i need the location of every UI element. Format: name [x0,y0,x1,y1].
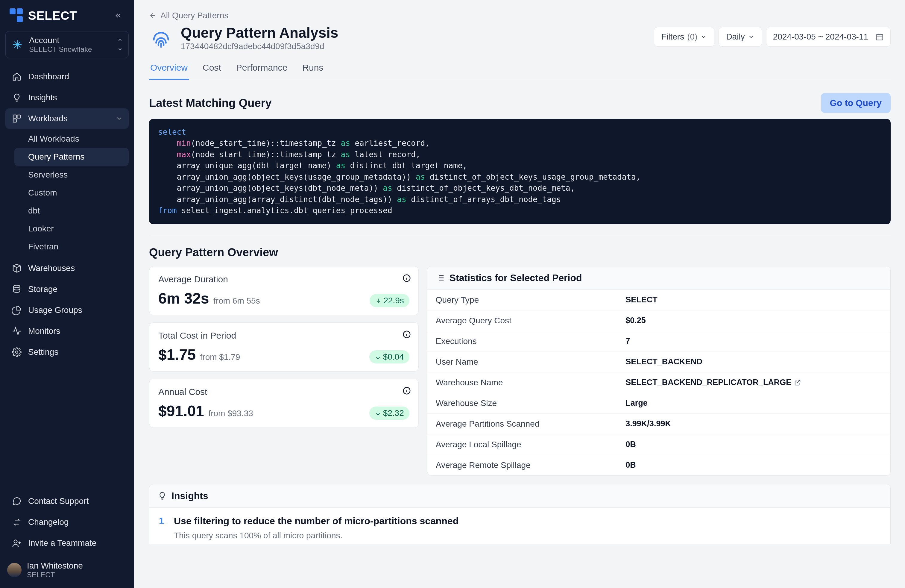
chat-icon [11,496,22,507]
insight-row[interactable]: 1 Use filtering to reduce the number of … [149,508,890,544]
stats-heading: Statistics for Selected Period [449,272,582,283]
date-range-picker[interactable]: 2024-03-05 ~ 2024-03-11 [766,27,891,47]
sidebar-collapse-button[interactable] [112,9,124,22]
pie-chart-icon [11,305,22,316]
sidebar-item-label: Changelog [28,517,68,527]
tab-performance[interactable]: Performance [235,58,289,79]
sidebar-item-label: Contact Support [28,496,89,506]
stats-panel: Statistics for Selected Period Query Typ… [427,266,891,476]
account-selector[interactable]: Account SELECT Snowflake ⌃⌄ [5,31,129,58]
back-link-label: All Query Patterns [160,11,229,21]
go-to-query-button[interactable]: Go to Query [821,93,891,113]
page-hash: 173440482dcf9adebc44d09f3d5a3d9d [181,41,338,51]
stats-row: Average Local Spillage0B [427,434,890,455]
sql-code-block[interactable]: select min(node_start_time)::timestamp_t… [149,119,891,224]
metric-label: Average Duration [158,274,410,284]
brand-logo[interactable]: SELECT [10,8,77,23]
sidebar-item-dbt[interactable]: dbt [14,202,129,220]
cadence-label: Daily [726,32,745,41]
metric-card-average-duration: Average Duration 6m 32s from 6m 55s 22.9… [149,266,419,315]
chevrons-left-icon [114,11,122,20]
user-menu[interactable]: Ian Whitestone SELECT [5,556,129,581]
arrow-left-icon [149,12,157,19]
user-org: SELECT [27,571,83,579]
warehouse-name-link[interactable]: SELECT_BACKEND_REPLICATOR_LARGE [626,378,791,387]
metric-value: $91.01 [158,403,204,420]
sidebar-item-query-patterns[interactable]: Query Patterns [14,148,129,166]
sidebar-item-label: Usage Groups [28,305,82,315]
sidebar-item-settings[interactable]: Settings [5,342,129,362]
back-link[interactable]: All Query Patterns [149,11,229,21]
stats-row: Average Query Cost$0.25 [427,310,890,331]
sidebar-item-workloads[interactable]: Workloads [5,108,129,129]
sidebar-item-insights[interactable]: Insights [5,87,129,108]
database-icon [11,284,22,295]
sidebar-item-storage[interactable]: Storage [5,279,129,299]
svg-point-4 [16,351,18,353]
sidebar-item-custom[interactable]: Custom [14,184,129,202]
user-name: Ian Whitestone [27,561,83,571]
lightbulb-icon [158,491,167,500]
sidebar-item-label: Warehouses [28,264,75,273]
filters-button[interactable]: Filters (0) [654,27,714,47]
metric-from: from 6m 55s [213,296,260,305]
tab-cost[interactable]: Cost [202,58,222,79]
sidebar-item-usage-groups[interactable]: Usage Groups [5,300,129,320]
svg-line-29 [797,380,800,383]
sidebar-item-changelog[interactable]: Changelog [5,512,129,532]
arrow-down-icon [375,354,381,360]
sidebar-item-serverless[interactable]: Serverless [14,166,129,184]
tab-overview[interactable]: Overview [149,58,189,79]
avatar [7,563,22,577]
info-icon[interactable] [402,330,411,339]
metric-label: Annual Cost [158,387,410,397]
page-title: Query Pattern Analysis [181,25,338,41]
home-icon [11,71,22,82]
tab-runs[interactable]: Runs [301,58,324,79]
info-icon[interactable] [402,386,411,395]
sidebar-item-label: Dashboard [28,72,69,81]
svg-rect-0 [13,115,16,118]
metric-card-annual-cost: Annual Cost $91.01 from $93.33 $2.32 [149,379,419,428]
arrow-down-icon [375,410,381,416]
user-plus-icon [11,538,22,548]
main-content: All Query Patterns Query Pattern Analysi… [134,0,905,588]
workloads-icon [11,113,22,124]
metric-card-total-cost: Total Cost in Period $1.75 from $1.79 $0… [149,323,419,372]
sidebar: SELECT Account SELECT Snowflake ⌃⌄ Dashb… [0,0,134,588]
svg-rect-7 [876,35,883,40]
arrow-down-icon [375,297,381,304]
sidebar-item-label: Storage [28,284,57,294]
stats-row: Warehouse Name SELECT_BACKEND_REPLICATOR… [427,372,890,393]
activity-icon [11,326,22,337]
external-link-icon[interactable] [794,379,801,386]
sidebar-item-looker[interactable]: Looker [14,220,129,238]
sidebar-item-all-workloads[interactable]: All Workloads [14,130,129,148]
sidebar-item-warehouses[interactable]: Warehouses [5,258,129,278]
workloads-subnav: All Workloads Query Patterns Serverless … [14,130,129,256]
sidebar-item-dashboard[interactable]: Dashboard [5,67,129,87]
metric-label: Total Cost in Period [158,331,410,341]
account-label: Account [29,36,92,45]
gear-icon [11,347,22,358]
stats-row: Average Remote Spillage0B [427,455,890,475]
sidebar-item-fivetran[interactable]: Fivetran [14,238,129,256]
account-name: SELECT Snowflake [29,45,92,54]
insight-number: 1 [159,516,166,540]
sidebar-bottom-links: Contact Support Changelog Invite a Teamm… [5,485,129,553]
sidebar-item-monitors[interactable]: Monitors [5,321,129,341]
chevron-down-icon [748,33,754,40]
metric-from: from $1.79 [200,352,240,362]
sidebar-item-invite[interactable]: Invite a Teammate [5,533,129,553]
insight-body: This query scans 100% of all micro parti… [174,531,459,540]
sidebar-item-label: Settings [28,347,58,357]
up-down-icon: ⌃⌄ [117,39,123,50]
sidebar-item-contact-support[interactable]: Contact Support [5,491,129,511]
metric-delta: 22.9s [370,294,410,307]
cadence-button[interactable]: Daily [719,27,762,47]
metric-from: from $93.33 [208,408,253,418]
metric-value: $1.75 [158,346,196,363]
metric-value: 6m 32s [158,290,209,307]
info-icon[interactable] [402,273,411,283]
svg-rect-1 [17,115,21,118]
